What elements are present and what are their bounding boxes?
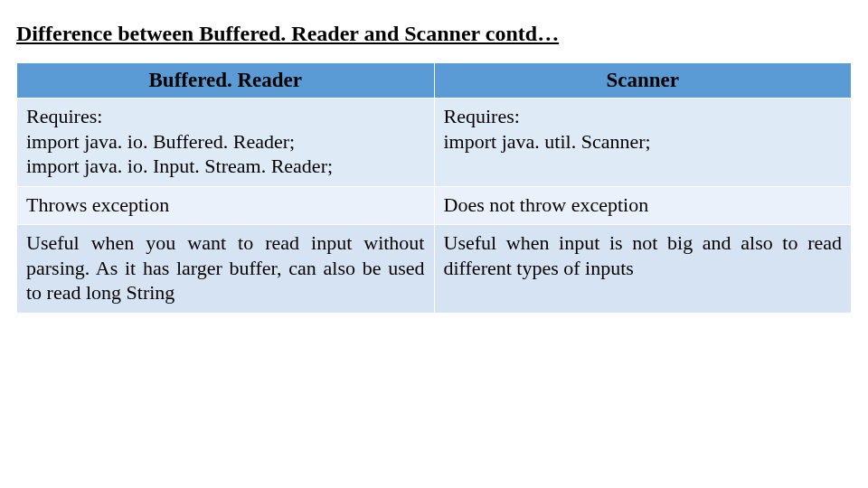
table-row: Requires: import java. io. Buffered. Rea… xyxy=(17,99,852,187)
cell-left: Throws exception xyxy=(17,186,435,225)
slide: Difference between Buffered. Reader and … xyxy=(0,0,868,314)
cell-right: Does not throw exception xyxy=(434,186,852,225)
header-right: Scanner xyxy=(434,63,852,99)
cell-right: Requires: import java. util. Scanner; xyxy=(434,99,852,187)
page-title: Difference between Buffered. Reader and … xyxy=(16,22,852,46)
table-row: Useful when you want to read input witho… xyxy=(17,225,852,314)
cell-left: Requires: import java. io. Buffered. Rea… xyxy=(17,99,435,187)
cell-right: Useful when input is not big and also to… xyxy=(434,225,852,314)
comparison-table: Buffered. Reader Scanner Requires: impor… xyxy=(16,62,852,314)
table-row: Throws exception Does not throw exceptio… xyxy=(17,186,852,225)
header-left: Buffered. Reader xyxy=(17,63,435,99)
table-header-row: Buffered. Reader Scanner xyxy=(17,63,852,99)
cell-left: Useful when you want to read input witho… xyxy=(17,225,435,314)
